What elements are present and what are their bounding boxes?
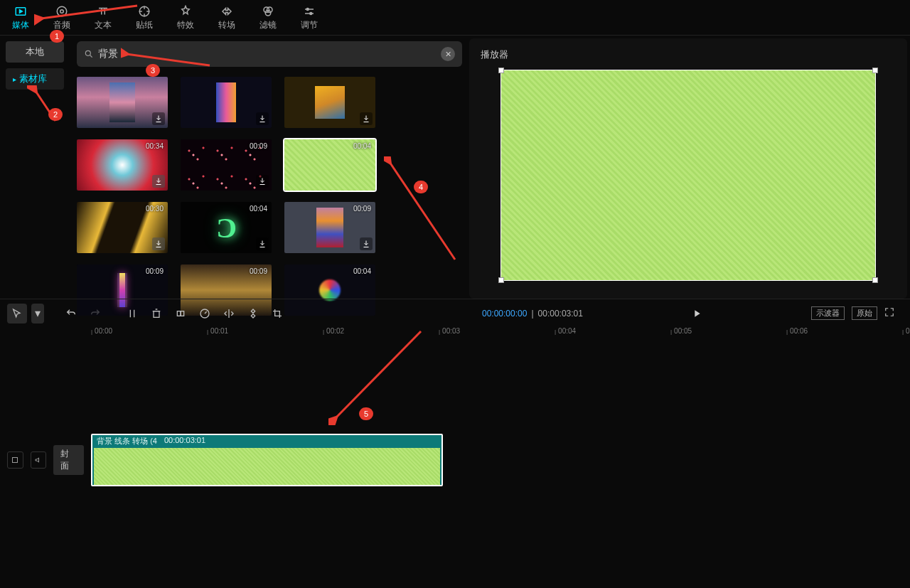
nav-effects-label: 特效: [177, 19, 194, 31]
nav-filter[interactable]: 滤镜: [247, 0, 289, 36]
adjust-icon: [303, 5, 316, 18]
nav-adjust[interactable]: 调节: [289, 0, 330, 36]
media-thumb[interactable]: [284, 77, 375, 128]
tracks: 封面 背景 线条 转场 (4 00:00:03:01: [0, 434, 910, 588]
nav-adjust-label: 调节: [301, 19, 318, 31]
nav-transition[interactable]: 转场: [206, 0, 247, 36]
pointer-dropdown[interactable]: ▾: [31, 304, 44, 324]
crop-ratio-button[interactable]: [171, 304, 191, 324]
chevron-right-icon: ▸: [13, 75, 16, 83]
nav-transition-label: 转场: [218, 19, 235, 31]
filter-icon: [262, 5, 274, 18]
rotate-button[interactable]: [243, 304, 263, 324]
crop-button[interactable]: [267, 304, 287, 324]
media-thumb[interactable]: 00:09: [284, 202, 375, 253]
annotation-badge-4: 4: [414, 181, 428, 193]
resize-handle[interactable]: [872, 277, 878, 283]
svg-point-9: [85, 50, 90, 55]
annotation-badge-5: 5: [359, 407, 373, 420]
media-thumb[interactable]: 00:09: [181, 139, 272, 191]
svg-line-15: [41, 6, 137, 18]
annotation-arrow-5: [328, 326, 428, 425]
media-thumb[interactable]: 00:04: [181, 202, 272, 253]
media-thumb[interactable]: 00:34: [77, 139, 168, 191]
media-sidebar: 本地 ▸素材库: [0, 36, 70, 299]
svg-line-18: [390, 162, 455, 260]
clip-name: 背景 线条 转场 (4: [97, 436, 157, 447]
downloaded-icon[interactable]: [152, 237, 165, 250]
resize-handle[interactable]: [872, 68, 878, 73]
resize-handle[interactable]: [498, 277, 504, 283]
clip-duration: 00:00:03:01: [164, 436, 205, 447]
clip-preview: [94, 448, 440, 485]
effects-icon: [179, 5, 192, 18]
download-icon[interactable]: [256, 237, 269, 250]
download-icon[interactable]: [256, 112, 269, 125]
video-track: 封面 背景 线条 转场 (4 00:00:03:01: [0, 434, 910, 486]
svg-line-17: [127, 54, 210, 65]
resize-handle[interactable]: [498, 68, 504, 73]
svg-line-19: [336, 331, 421, 418]
downloaded-icon[interactable]: [152, 175, 165, 188]
undo-button[interactable]: [61, 304, 81, 324]
pointer-tool[interactable]: [7, 304, 27, 324]
track-header: 封面: [0, 445, 91, 475]
speed-button[interactable]: [195, 304, 215, 324]
transition-icon: [220, 5, 233, 18]
annotation-arrow-1: [34, 0, 141, 27]
timeline: ▾ 00:00 00:01 00:02 00:03 00:04 00:05 00…: [0, 299, 910, 588]
download-icon[interactable]: [360, 112, 373, 125]
nav-media-label: 媒体: [12, 19, 29, 31]
download-icon[interactable]: [256, 175, 269, 188]
svg-rect-10: [154, 311, 159, 317]
media-thumb-selected[interactable]: 00:04: [284, 139, 375, 191]
svg-rect-14: [13, 458, 18, 463]
annotation-badge-1: 1: [50, 30, 64, 43]
clip-header: 背景 线条 转场 (4 00:00:03:01: [92, 435, 441, 448]
redo-button[interactable]: [85, 304, 105, 324]
media-thumb[interactable]: [77, 77, 168, 128]
player-panel: 播放器 00:00:00:00 | 00:00:03:01 示波器 原始: [469, 38, 907, 299]
svg-point-6: [265, 10, 271, 16]
timeline-toolbar: ▾: [0, 299, 910, 327]
annotation-arrow-4: [384, 156, 462, 263]
svg-point-7: [306, 8, 309, 10]
download-icon[interactable]: [152, 112, 165, 125]
nav-effects[interactable]: 特效: [165, 0, 206, 36]
search-icon: [84, 49, 94, 59]
nav-filter-label: 滤镜: [259, 19, 277, 31]
svg-rect-12: [181, 311, 184, 316]
preview-canvas[interactable]: [500, 70, 876, 281]
media-thumb[interactable]: [181, 77, 272, 128]
annotation-arrow-2: [27, 85, 63, 128]
track-mute-icon[interactable]: [31, 451, 47, 469]
svg-point-8: [310, 12, 312, 14]
player-title: 播放器: [478, 44, 899, 65]
timeline-ruler[interactable]: 00:00 00:01 00:02 00:03 00:04 00:05 00:0…: [91, 327, 910, 341]
timeline-clip[interactable]: 背景 线条 转场 (4 00:00:03:01: [91, 434, 443, 486]
media-thumb[interactable]: 00:30: [77, 202, 168, 253]
svg-rect-11: [177, 311, 181, 316]
annotation-arrow-3: [121, 44, 213, 73]
mirror-button[interactable]: [219, 304, 239, 324]
split-button[interactable]: [122, 304, 142, 324]
download-icon[interactable]: [360, 237, 373, 250]
sidebar-local[interactable]: 本地: [6, 41, 64, 63]
delete-button[interactable]: [146, 304, 166, 324]
track-toggle-icon[interactable]: [7, 451, 23, 469]
annotation-badge-3: 3: [146, 64, 160, 77]
media-icon: [14, 5, 27, 18]
annotation-badge-2: 2: [48, 108, 63, 121]
clear-search-button[interactable]: ✕: [441, 47, 455, 61]
cover-button[interactable]: 封面: [53, 445, 84, 475]
